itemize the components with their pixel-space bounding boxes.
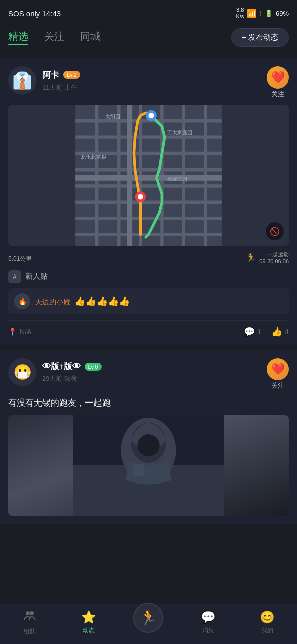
nav-label-team: 组队 (24, 627, 36, 636)
like-action[interactable]: 👍 4 (271, 326, 289, 337)
tab-featured[interactable]: 精选 (8, 30, 28, 45)
svg-point-20 (149, 113, 154, 118)
follow-button-2[interactable]: ❤️ 关注 (267, 358, 289, 390)
post-card-2: 👁版↑版👁 Lv.0 29天前 深夜 ❤️ 关注 有没有无锡的跑友，一起跑 (0, 350, 297, 524)
brand-icon: 🏃 (245, 252, 256, 263)
svg-text:北化北京根: 北化北京根 (81, 154, 106, 160)
tab-nearby[interactable]: 同城 (80, 30, 101, 45)
comment-preview: 🔥 天边的小雁 👍👍👍👍👍 (8, 288, 289, 314)
status-right: 3.8K/s 📶 ! 🔋 69% (236, 7, 289, 20)
status-time: SOS only 14:43 (8, 9, 61, 18)
network-speed: 3.8K/s (236, 7, 244, 20)
post-date: 09-30 06:06 (259, 258, 289, 265)
footer-actions: 💬 1 👍 4 (244, 326, 289, 337)
commenter-avatar: 🔥 (14, 293, 30, 309)
post-time-2: 29天前 深夜 (42, 374, 102, 383)
tab-follow[interactable]: 关注 (44, 30, 64, 45)
run-center-button[interactable]: 🏃 (133, 603, 163, 633)
location-text: N/A (20, 328, 31, 336)
nav-item-team[interactable]: 组队 (12, 609, 47, 636)
user-name-2: 👁版↑版👁 (42, 361, 81, 372)
user-info-2: 👁版↑版👁 Lv.0 29天前 深夜 (42, 361, 102, 383)
nav-label-profile: 我的 (261, 626, 273, 635)
nav-tabs: 精选 关注 同城 + 发布动态 (0, 24, 297, 53)
location-icon: 📍 (8, 328, 17, 336)
post-user-2: 👁版↑版👁 Lv.0 29天前 深夜 (8, 358, 102, 386)
message-icon: 💬 (201, 610, 216, 624)
like-count: 4 (285, 328, 289, 336)
profile-icon: 😊 (260, 610, 275, 624)
svg-point-31 (26, 611, 30, 615)
map-eye-icon: 🚫 (266, 222, 284, 240)
nav-item-feed[interactable]: ⭐ 动态 (71, 610, 107, 635)
nav-item-messages[interactable]: 💬 消息 (190, 610, 226, 635)
run-icon: 🏃 (140, 609, 157, 626)
post-time: 11天前 上午 (42, 83, 80, 92)
svg-point-30 (138, 434, 160, 456)
distance-unit: 公里 (20, 255, 32, 262)
comment-content: 👍👍👍👍👍 (74, 296, 130, 306)
post-user: 阿卡 Lv.2 11天前 上午 (8, 66, 80, 95)
post-button[interactable]: + 发布动态 (231, 28, 289, 47)
hashtag-text: 新人贴 (25, 272, 48, 281)
avatar-2 (8, 358, 36, 386)
svg-text:德馨庄园: 德馨庄园 (167, 176, 187, 182)
bottom-nav: 组队 ⭐ 动态 🏃 💬 消息 😊 我的 (0, 604, 297, 644)
svg-text:万太家庭园: 万太家庭园 (167, 130, 192, 135)
post-image-figure (8, 415, 289, 516)
nav-label-feed: 动态 (83, 626, 95, 635)
distance: 5.01公里 (8, 253, 32, 263)
post-header-2: 👁版↑版👁 Lv.0 29天前 深夜 ❤️ 关注 (8, 358, 289, 390)
hashtag-icon: # (8, 270, 21, 283)
app-branding: 🏃 一起运动 09-30 06:06 (245, 251, 289, 265)
follow-label: 关注 (271, 90, 284, 99)
status-bar: SOS only 14:43 3.8K/s 📶 ! 🔋 69% (0, 0, 297, 24)
svg-text:太阳园: 太阳园 (105, 114, 120, 119)
commenter-name: 天边的小雁 (35, 298, 70, 306)
alert-icon: ! (260, 10, 262, 17)
nav-item-run[interactable]: 🏃 (131, 613, 166, 633)
nav-item-profile[interactable]: 😊 我的 (250, 610, 285, 635)
follow-label-2: 关注 (271, 381, 284, 390)
svg-point-18 (138, 194, 143, 200)
post-footer: 📍 N/A 💬 1 👍 4 (8, 320, 289, 337)
hashtag-row: # 新人贴 (8, 270, 289, 283)
user-name: 阿卡 (42, 69, 59, 81)
team-icon (23, 609, 36, 625)
nav-label-messages: 消息 (202, 626, 214, 635)
heart-icon-2: ❤️ (267, 358, 289, 380)
post-header: 阿卡 Lv.2 11天前 上午 ❤️ 关注 (8, 66, 289, 99)
svg-point-32 (30, 611, 34, 615)
comment-action[interactable]: 💬 1 (244, 326, 261, 337)
level-badge: Lv.2 (63, 71, 80, 79)
feed: 阿卡 Lv.2 11天前 上午 ❤️ 关注 (0, 58, 297, 524)
post-image (8, 415, 289, 516)
heart-icon: ❤️ (267, 66, 289, 89)
post-map: 万太家庭园 北化北京根 德馨庄园 太阳园 🚫 (8, 105, 289, 246)
brand-name: 一起运动 (259, 251, 289, 258)
comment-count: 1 (257, 328, 261, 336)
post-card: 阿卡 Lv.2 11天前 上午 ❤️ 关注 (0, 58, 297, 345)
battery-level: 69% (276, 10, 289, 17)
comment-text: 天边的小雁 👍👍👍👍👍 (35, 296, 130, 307)
follow-button[interactable]: ❤️ 关注 (267, 66, 289, 99)
battery-icon: 🔋 (265, 10, 273, 17)
comment-icon: 💬 (244, 326, 255, 337)
user-info: 阿卡 Lv.2 11天前 上午 (42, 69, 80, 92)
user-name-row-2: 👁版↑版👁 Lv.0 (42, 361, 102, 372)
post-content: 有没有无锡的跑友，一起跑 (8, 396, 289, 410)
post-stats-row: 5.01公里 🏃 一起运动 09-30 06:06 (8, 251, 289, 265)
level-badge-2: Lv.0 (85, 363, 102, 371)
user-name-row: 阿卡 Lv.2 (42, 69, 80, 81)
like-icon: 👍 (271, 326, 282, 337)
avatar (8, 66, 36, 95)
signal-icon: 📶 (247, 9, 257, 18)
feed-star-icon: ⭐ (81, 610, 96, 624)
location-info: 📍 N/A (8, 328, 31, 336)
